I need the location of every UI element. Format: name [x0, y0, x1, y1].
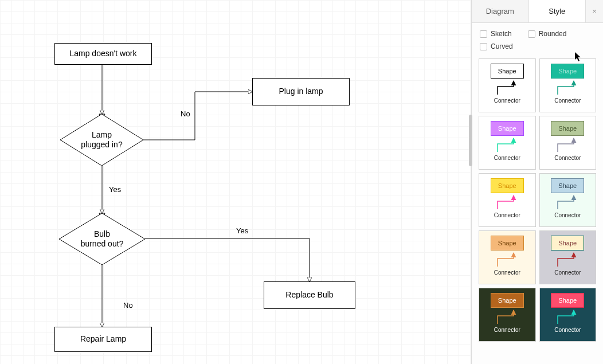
swatch-connector-icon [491, 252, 524, 269]
swatch-connector-label: Connector [494, 97, 520, 104]
flow-node-start[interactable]: Lamp doesn't work [54, 43, 152, 65]
style-swatch[interactable]: Shape Connector [479, 288, 536, 342]
format-sidebar: Diagram Style × Sketch Rounded Curved Sh… [471, 0, 603, 364]
style-options: Sketch Rounded Curved [472, 23, 603, 54]
swatch-shape: Shape [551, 236, 584, 251]
tab-label: Diagram [486, 7, 514, 15]
swatch-shape: Shape [491, 64, 524, 79]
diagram-canvas[interactable]: Lamp doesn't work Lamp plugged in? Plug … [0, 0, 471, 364]
style-swatch[interactable]: Shape Connector [539, 116, 597, 170]
style-swatch[interactable]: Shape Connector [479, 173, 536, 227]
tab-diagram[interactable]: Diagram [472, 0, 529, 22]
swatch-connector-icon [491, 194, 524, 212]
edge-label-no: No [123, 301, 133, 310]
style-swatch[interactable]: Shape Connector [539, 230, 597, 284]
swatch-connector-icon [551, 194, 584, 212]
flow-node-plug-in[interactable]: Plug in lamp [252, 78, 350, 105]
swatch-shape: Shape [491, 236, 524, 251]
swatch-shape: Shape [551, 121, 584, 136]
style-swatch[interactable]: Shape Connector [539, 58, 597, 112]
checkbox-icon [480, 43, 487, 50]
sidebar-tabs: Diagram Style × [472, 0, 603, 23]
checkbox-icon [528, 30, 535, 38]
flow-node-label: Plug in lamp [279, 87, 323, 97]
swatch-shape: Shape [491, 178, 524, 193]
swatch-connector-icon [491, 137, 524, 154]
swatch-connector-label: Connector [554, 155, 581, 161]
swatch-connector-icon [491, 309, 524, 326]
style-swatch-grid: Shape Connector Shape Connector Shape [472, 54, 603, 346]
flow-node-label: Repair Lamp [80, 334, 126, 345]
tab-style[interactable]: Style [529, 0, 586, 22]
flow-node-label: Replace Bulb [285, 290, 333, 300]
checkbox-label: Curved [491, 42, 513, 50]
checkbox-icon [480, 30, 487, 38]
flow-node-label: Lamp plugged in? [81, 130, 122, 150]
edge-label-yes: Yes [236, 226, 248, 235]
style-swatch[interactable]: Shape Connector [539, 288, 597, 342]
sketch-checkbox[interactable]: Sketch [480, 30, 512, 38]
close-sidebar-button[interactable]: × [586, 0, 603, 22]
flow-node-plugged-in[interactable]: Lamp plugged in? [60, 114, 143, 166]
canvas-scrollbar[interactable] [469, 115, 472, 166]
swatch-connector-icon [551, 137, 584, 154]
swatch-shape: Shape [551, 64, 584, 79]
flow-node-replace[interactable]: Replace Bulb [264, 281, 355, 309]
swatch-shape: Shape [551, 178, 584, 193]
curved-checkbox[interactable]: Curved [480, 42, 513, 50]
close-icon: × [592, 7, 597, 15]
swatch-connector-label: Connector [494, 269, 520, 276]
flow-node-label: Bulb burned out? [81, 229, 124, 249]
edge-label-yes: Yes [109, 185, 121, 194]
edge-label-no: No [181, 109, 190, 118]
swatch-connector-label: Connector [494, 212, 520, 218]
swatch-connector-icon [551, 80, 584, 97]
swatch-connector-label: Connector [554, 269, 581, 276]
style-swatch[interactable]: Shape Connector [479, 116, 536, 170]
tab-label: Style [549, 7, 565, 15]
checkbox-label: Rounded [539, 30, 567, 38]
swatch-connector-label: Connector [554, 212, 581, 218]
swatch-shape: Shape [491, 293, 524, 308]
swatch-connector-icon [491, 80, 524, 97]
checkbox-label: Sketch [491, 30, 512, 38]
swatch-connector-label: Connector [554, 327, 581, 333]
flow-node-burned-out[interactable]: Bulb burned out? [59, 213, 145, 265]
swatch-connector-icon [551, 252, 584, 269]
swatch-connector-label: Connector [494, 155, 520, 161]
swatch-shape: Shape [551, 293, 584, 308]
swatch-connector-icon [551, 309, 584, 326]
style-swatch[interactable]: Shape Connector [479, 58, 536, 112]
flow-node-repair[interactable]: Repair Lamp [54, 327, 152, 352]
rounded-checkbox[interactable]: Rounded [528, 30, 567, 38]
style-swatch[interactable]: Shape Connector [479, 230, 536, 284]
swatch-shape: Shape [491, 121, 524, 136]
flow-node-label: Lamp doesn't work [69, 49, 136, 59]
swatch-connector-label: Connector [554, 97, 581, 104]
swatch-connector-label: Connector [494, 327, 520, 333]
style-swatch[interactable]: Shape Connector [539, 173, 597, 227]
